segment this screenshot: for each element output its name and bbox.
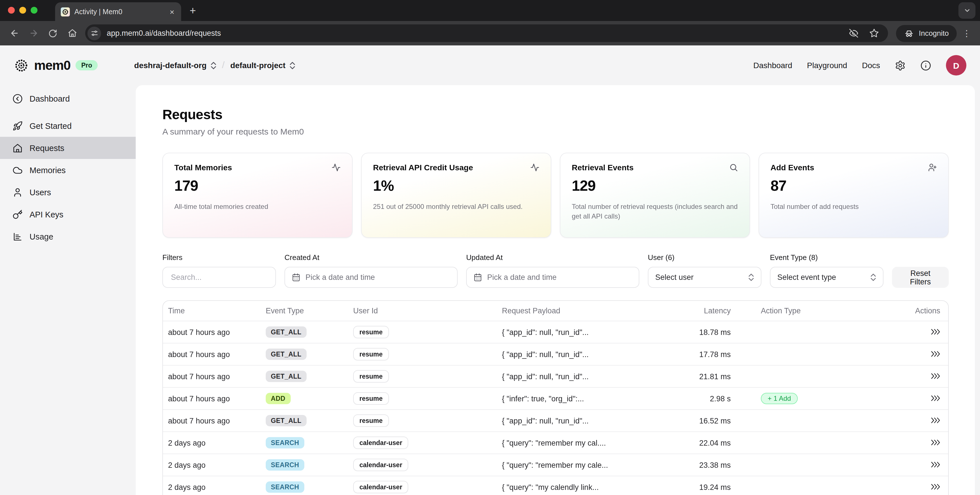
event-type-badge: SEARCH xyxy=(266,481,304,493)
updated-at-placeholder: Pick a date and time xyxy=(487,273,557,282)
event-type-select[interactable]: Select event type xyxy=(770,267,883,288)
row-actions[interactable] xyxy=(900,461,940,469)
site-settings-icon[interactable] xyxy=(88,26,101,40)
table-row[interactable]: 2 days ago SEARCH calendar-user { "query… xyxy=(163,476,948,495)
table-row[interactable]: about 7 hours ago GET_ALL resume { "app_… xyxy=(163,343,948,365)
page-title: Requests xyxy=(162,107,949,123)
avatar[interactable]: D xyxy=(946,55,966,75)
bookmark-star-icon[interactable] xyxy=(867,29,881,38)
minimize-window-button[interactable] xyxy=(19,7,26,14)
zoom-window-button[interactable] xyxy=(31,7,38,14)
stat-title: Total Memories xyxy=(174,163,232,172)
user-select[interactable]: Select user xyxy=(648,267,761,288)
back-icon[interactable] xyxy=(6,25,23,42)
nav-playground-link[interactable]: Playground xyxy=(807,61,848,70)
new-tab-icon[interactable]: + xyxy=(189,5,196,17)
close-window-button[interactable] xyxy=(8,7,15,14)
stat-card-retrieval-credit: Retrieval API Credit Usage 1% 251 out of… xyxy=(361,153,551,238)
filters-bar: Filters Created At Pick a date and time … xyxy=(162,253,949,288)
table-row[interactable]: about 7 hours ago GET_ALL resume { "app_… xyxy=(163,409,948,431)
table-row[interactable]: about 7 hours ago GET_ALL resume { "app_… xyxy=(163,365,948,387)
event-type-badge: SEARCH xyxy=(266,437,304,449)
sidebar-item-users[interactable]: Users xyxy=(0,181,136,203)
browser-tab[interactable]: Activity | Mem0 × xyxy=(55,2,181,21)
org-name: deshraj-default-org xyxy=(134,61,207,70)
search-field[interactable] xyxy=(162,267,276,288)
created-at-picker[interactable]: Pick a date and time xyxy=(285,267,458,288)
sidebar-item-usage[interactable]: Usage xyxy=(0,225,136,247)
event-type-badge: ADD xyxy=(266,393,290,404)
cell-latency: 18.78 ms xyxy=(662,328,736,336)
chevrons-right-icon[interactable] xyxy=(931,350,940,357)
user-filter-label: User (6) xyxy=(648,253,761,262)
url-bar[interactable]: app.mem0.ai/dashboard/requests xyxy=(85,24,888,42)
row-actions[interactable] xyxy=(900,350,940,358)
row-actions[interactable] xyxy=(900,372,940,380)
nav-docs-link[interactable]: Docs xyxy=(862,61,880,70)
stat-card-total-memories: Total Memories 179 All-time total memori… xyxy=(162,153,353,238)
chevrons-right-icon[interactable] xyxy=(931,483,940,490)
org-selector[interactable]: deshraj-default-org xyxy=(134,61,216,70)
sidebar-item-label: Users xyxy=(30,188,51,197)
sidebar-item-label: Usage xyxy=(30,232,53,241)
url-text[interactable]: app.mem0.ai/dashboard/requests xyxy=(107,29,840,37)
project-selector[interactable]: default-project xyxy=(230,61,295,70)
sidebar-item-memories[interactable]: Memories xyxy=(0,159,136,181)
home-icon[interactable] xyxy=(64,25,81,42)
bar-chart-icon xyxy=(13,231,23,242)
stat-cards: Total Memories 179 All-time total memori… xyxy=(162,153,949,238)
app-shell: Dashboard Get Started Requests Memories … xyxy=(0,85,980,495)
sidebar-item-requests[interactable]: Requests xyxy=(0,137,136,159)
row-actions[interactable] xyxy=(900,439,940,447)
reload-icon[interactable] xyxy=(44,25,61,42)
cell-time: 2 days ago xyxy=(168,483,266,491)
row-actions[interactable] xyxy=(900,483,940,491)
forward-icon[interactable] xyxy=(25,25,42,42)
gear-icon[interactable] xyxy=(895,60,905,71)
row-actions[interactable] xyxy=(900,394,940,403)
screen: Activity | Mem0 × + app.mem0.ai/dashboar… xyxy=(0,0,980,495)
sidebar-item-dashboard[interactable]: Dashboard xyxy=(0,88,136,110)
table-row[interactable]: about 7 hours ago GET_ALL resume { "app_… xyxy=(163,321,948,343)
col-request-payload: Request Payload xyxy=(502,307,662,315)
nav-dashboard-link[interactable]: Dashboard xyxy=(754,61,792,70)
activity-icon xyxy=(530,163,539,172)
table-row[interactable]: 2 days ago SEARCH calendar-user { "query… xyxy=(163,454,948,476)
brand[interactable]: mem0 Pro xyxy=(14,57,98,73)
chevrons-right-icon[interactable] xyxy=(931,328,940,335)
browser-tabstrip: Activity | Mem0 × + xyxy=(0,0,980,21)
cell-latency: 22.04 ms xyxy=(662,439,736,447)
cell-latency: 16.52 ms xyxy=(662,416,736,425)
chevrons-right-icon[interactable] xyxy=(931,461,940,468)
cell-latency: 2.98 s xyxy=(662,394,736,403)
eye-off-icon[interactable] xyxy=(846,29,861,38)
table-row[interactable]: about 7 hours ago ADD resume { "infer": … xyxy=(163,387,948,409)
updated-at-picker[interactable]: Pick a date and time xyxy=(466,267,640,288)
event-type-badge: GET_ALL xyxy=(266,415,307,426)
sidebar-item-api-keys[interactable]: API Keys xyxy=(0,203,136,225)
breadcrumb-separator: / xyxy=(222,60,224,71)
updated-at-label: Updated At xyxy=(466,253,640,262)
user-id-chip: resume xyxy=(353,392,389,405)
event-type-badge: GET_ALL xyxy=(266,349,307,360)
chevron-updown-icon xyxy=(748,273,754,282)
row-actions[interactable] xyxy=(900,328,940,336)
browser-menu-icon[interactable]: ⋮ xyxy=(959,28,974,38)
chevrons-right-icon[interactable] xyxy=(931,439,940,445)
table-row[interactable]: 2 days ago SEARCH calendar-user { "query… xyxy=(163,431,948,454)
chevrons-right-icon[interactable] xyxy=(931,372,940,379)
event-type-badge: SEARCH xyxy=(266,459,304,471)
reset-filters-button[interactable]: Reset Filters xyxy=(892,267,949,288)
tab-close-icon[interactable]: × xyxy=(169,8,175,16)
header-nav: Dashboard Playground Docs D xyxy=(754,55,966,75)
search-input[interactable] xyxy=(170,272,269,282)
col-action-type: Action Type xyxy=(736,307,900,315)
stat-title: Retrieval API Credit Usage xyxy=(373,163,473,172)
info-icon[interactable] xyxy=(920,60,931,71)
tab-search-chevron-icon[interactable] xyxy=(958,2,975,19)
chevrons-right-icon[interactable] xyxy=(931,395,940,401)
stat-title: Add Events xyxy=(770,163,814,172)
chevrons-right-icon[interactable] xyxy=(931,417,940,423)
row-actions[interactable] xyxy=(900,416,940,425)
sidebar-item-get-started[interactable]: Get Started xyxy=(0,115,136,137)
